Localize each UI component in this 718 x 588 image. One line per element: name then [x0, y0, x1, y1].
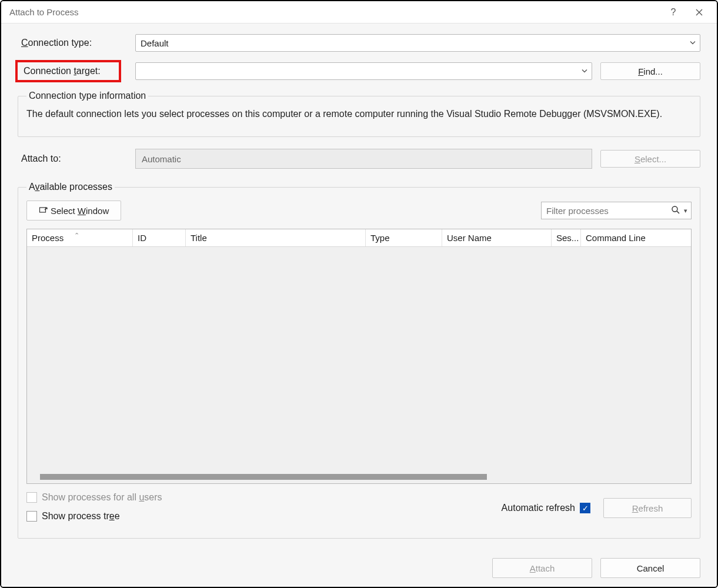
col-id[interactable]: ID [133, 229, 186, 246]
connection-type-value: Default [141, 38, 169, 48]
select-button[interactable]: Select... [600, 150, 700, 168]
find-button[interactable]: Find... [600, 62, 700, 80]
attach-to-process-dialog: Attach to Process ? Connection type: Def… [0, 0, 718, 588]
col-process[interactable]: Process ⌃ [27, 229, 133, 246]
filter-input-field[interactable] [545, 205, 670, 216]
help-button[interactable]: ? [660, 3, 686, 22]
col-command-line[interactable]: Command Line [581, 229, 691, 246]
col-user-name[interactable]: User Name [442, 229, 552, 246]
close-icon [695, 8, 703, 16]
available-processes-group: Available processes Select Window ▾ [18, 182, 700, 539]
checkbox-box [26, 511, 37, 522]
sort-asc-icon: ⌃ [74, 232, 79, 239]
col-session[interactable]: Ses... [552, 229, 581, 246]
available-processes-legend: Available processes [26, 182, 115, 192]
refresh-button[interactable]: Refresh [603, 498, 692, 518]
chevron-down-icon [689, 38, 696, 48]
col-title[interactable]: Title [186, 229, 366, 246]
show-process-tree-checkbox[interactable]: Show process tree [26, 511, 491, 522]
attach-to-label: Attach to: [18, 153, 135, 164]
filter-processes-input[interactable]: ▾ [541, 202, 692, 219]
connection-target-combo[interactable] [135, 62, 592, 80]
automatic-refresh-checkbox[interactable]: Automatic refresh ✓ [502, 503, 595, 513]
attach-button[interactable]: Attach [492, 558, 592, 578]
table-body [27, 247, 691, 483]
col-type[interactable]: Type [366, 229, 442, 246]
connection-target-label: Connection target: [24, 66, 101, 76]
cancel-button[interactable]: Cancel [600, 558, 700, 578]
checkbox-box [26, 492, 37, 503]
process-table[interactable]: Process ⌃ ID Title Type User Name Ses...… [26, 229, 692, 484]
window-title: Attach to Process [9, 7, 660, 17]
connection-type-label: Connection type: [18, 38, 135, 48]
scrollbar-thumb[interactable] [40, 474, 487, 480]
connection-type-info-text: The default connection lets you select p… [26, 107, 692, 121]
attach-to-field: Automatic [135, 149, 592, 169]
select-window-icon [39, 206, 48, 215]
titlebar: Attach to Process ? [1, 1, 717, 24]
chevron-down-icon [581, 66, 588, 76]
checkbox-box: ✓ [580, 503, 590, 513]
connection-target-label-highlight: Connection target: [15, 60, 121, 82]
connection-type-combo[interactable]: Default [135, 34, 700, 52]
show-all-users-checkbox[interactable]: Show processes for all users [26, 492, 491, 503]
connection-type-info-group: Connection type information The default … [18, 91, 700, 137]
close-button[interactable] [686, 3, 712, 22]
filter-dropdown-icon[interactable]: ▾ [682, 207, 687, 215]
dialog-footer: Attach Cancel [1, 549, 717, 587]
attach-to-value: Automatic [142, 154, 181, 164]
connection-type-info-legend: Connection type information [26, 91, 148, 101]
svg-point-1 [672, 206, 677, 212]
select-window-button[interactable]: Select Window [26, 201, 121, 220]
table-header: Process ⌃ ID Title Type User Name Ses...… [27, 229, 691, 247]
search-icon [670, 205, 682, 216]
horizontal-scrollbar[interactable] [40, 474, 691, 480]
